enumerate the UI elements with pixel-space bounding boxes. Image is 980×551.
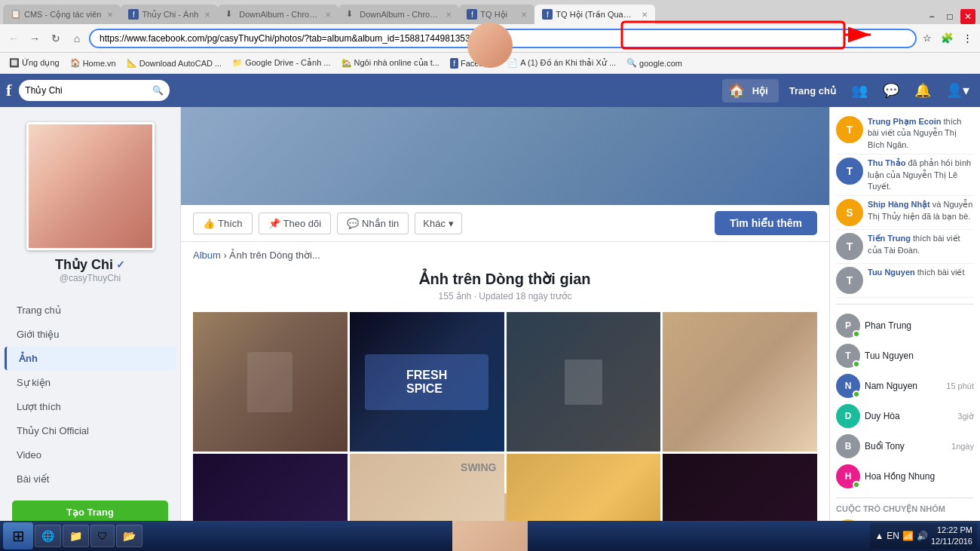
friend-time-duy: 3giờ — [957, 412, 974, 421]
sidebar-item-gioithieu[interactable]: Giới thiệu — [5, 323, 176, 346]
friend-item-phan[interactable]: P Phan Trung — [836, 311, 974, 341]
tab-cms[interactable]: 📋 CMS - Cộng tác viên ✕ — [3, 5, 121, 24]
breadcrumb-parent[interactable]: Album — [193, 249, 221, 261]
bookmark-autocad[interactable]: 📐 Download AutoCAD ... — [122, 57, 226, 69]
tab-downalbum1[interactable]: ⬇ DownAlbum - Chrome ... ✕ — [218, 5, 338, 24]
sidebar-item-anh[interactable]: Ảnh — [5, 347, 176, 370]
photo-cell-8[interactable] — [663, 454, 817, 521]
back-button[interactable]: ← — [5, 29, 23, 47]
facebook-search-icon: 🔍 — [152, 85, 164, 96]
fb-account-icon[interactable]: 👤▾ — [942, 79, 974, 102]
sidebar-item-official[interactable]: Thủy Chi Official — [5, 419, 176, 442]
photo-cell-3[interactable] — [507, 312, 661, 452]
taskbar-item-explorer[interactable]: 📁 — [63, 525, 89, 547]
tab-close-down1[interactable]: ✕ — [325, 11, 331, 19]
facebook-search-box[interactable]: 🔍 — [19, 80, 170, 101]
close-button[interactable]: ✕ — [960, 9, 975, 24]
tab-favicon-cms: 📋 — [11, 9, 21, 20]
tim-hieu-button[interactable]: Tìm hiểu thêm — [715, 211, 817, 235]
tab-close-down2[interactable]: ✕ — [446, 11, 452, 19]
tab-close-cms[interactable]: ✕ — [107, 11, 113, 19]
album-title: Ảnh trên Dòng thời gian — [193, 270, 817, 288]
taskbar-item-files[interactable]: 📂 — [116, 525, 142, 547]
tab-close-thuychi[interactable]: ✕ — [204, 11, 210, 19]
start-button[interactable]: ⊞ — [3, 522, 33, 549]
profile-avatar — [26, 122, 155, 250]
theodoi-button[interactable]: 📌 Theo dõi — [259, 213, 332, 234]
bookmark-doan[interactable]: 📄 A (1) Đồ án Khi thải Xử ... — [503, 57, 620, 69]
extensions-button[interactable]: 🧩 — [938, 29, 957, 47]
clock-date: 12/11/2016 — [931, 536, 972, 547]
photo-placeholder-3 — [507, 312, 661, 452]
maximize-button[interactable]: □ — [942, 9, 957, 24]
bookmark-home[interactable]: 🏠 Home.vn — [66, 57, 121, 69]
nhantin-button[interactable]: 💬 Nhắn tin — [337, 213, 409, 234]
tab-downalbum2[interactable]: ⬇ DownAlbum - Chrome W... ✕ — [338, 5, 459, 24]
tab-label-down1: DownAlbum - Chrome ... — [239, 10, 319, 19]
facebook-search-input[interactable] — [25, 85, 149, 96]
profile-name: Thủy Chi ✓ — [55, 256, 125, 273]
bookmark-star[interactable]: ☆ — [920, 29, 935, 47]
activity-item-2: S Ship Hàng Nhật và Nguyễn Thị Thủy hiện… — [836, 196, 974, 230]
friend-time-buoi: 1ngày — [951, 442, 974, 451]
friend-item-nam[interactable]: N Nam Nguyen 15 phút — [836, 371, 974, 401]
tab-close-tqhoi2[interactable]: ✕ — [642, 11, 648, 19]
photo-cell-5[interactable] — [193, 454, 348, 521]
bookmark-google[interactable]: 🔍 google.com — [622, 57, 687, 69]
clock: 12:22 PM 12/11/2016 — [931, 525, 972, 548]
bookmark-gdrive-icon: 📁 — [232, 58, 243, 68]
album-area: Album › Ảnh trên Dòng thời... Ảnh trên D… — [181, 242, 829, 521]
cover-image — [181, 107, 829, 205]
folder-icon: 📁 — [69, 530, 82, 542]
home-button[interactable]: ⌂ — [68, 29, 86, 47]
tab-close-tqhoi1[interactable]: ✕ — [521, 11, 527, 19]
friend-item-duy[interactable]: D Duy Hòa 3giờ — [836, 401, 974, 431]
fb-friends-icon[interactable]: 👥 — [847, 79, 872, 102]
volume-icon: 🔊 — [917, 531, 928, 541]
minimize-button[interactable]: − — [924, 9, 939, 24]
profile-username: @casyThuyChi — [60, 273, 121, 283]
bookmark-nha[interactable]: 🏡 Ngôi nhà online của t... — [337, 57, 444, 69]
photo-cell-4[interactable] — [663, 312, 817, 452]
photo-grid: FRESHSPICE — [193, 312, 817, 521]
network-icon: 📶 — [902, 531, 914, 541]
sidebar-item-sukien[interactable]: Sự kiện — [5, 371, 176, 394]
khac-button[interactable]: Khác ▾ — [415, 213, 462, 234]
taskbar-item-security[interactable]: 🛡 — [90, 525, 115, 547]
fb-messages-icon[interactable]: 💬 — [878, 79, 904, 102]
reload-button[interactable]: ↻ — [47, 29, 65, 47]
friend-item-buoi[interactable]: B Buổi Tony 1ngày — [836, 431, 974, 461]
taskbar-item-chrome[interactable]: 🌐 — [35, 525, 61, 547]
sidebar-item-luotthich[interactable]: Lượt thích — [5, 395, 176, 418]
photo-cell-7[interactable] — [507, 454, 661, 521]
tray-arrow-icon[interactable]: ▲ — [874, 531, 884, 541]
menu-button[interactable]: ⋮ — [960, 29, 975, 47]
tab-thuychi[interactable]: f Thủy Chi - Ảnh ✕ — [121, 5, 218, 24]
create-page-button[interactable]: Tạo Trang — [12, 500, 168, 521]
sidebar-item-baiviet[interactable]: Bài viết — [5, 467, 176, 491]
photo-cell-2[interactable]: FRESHSPICE — [350, 312, 504, 452]
khac-dropdown-icon: ▾ — [449, 218, 454, 229]
fb-trangchu-nav[interactable]: Trang chủ — [785, 82, 841, 99]
bookmark-gdrive[interactable]: 📁 Google Drive - Cảnh ... — [228, 57, 335, 69]
photo-cell-1[interactable] — [193, 312, 348, 452]
tab-tqhoi1[interactable]: f TQ Hội ✕ — [459, 5, 534, 24]
activity-name-4: Tuu Nguyen — [868, 268, 915, 277]
khac-label: Khác — [423, 218, 446, 229]
fb-hoi-nav[interactable]: 🏠 Hội — [722, 79, 779, 103]
sidebar-item-video[interactable]: Video — [5, 443, 176, 467]
theodoi-label: Theo dõi — [283, 218, 322, 229]
bookmark-home-icon: 🏠 — [70, 58, 81, 68]
shield-icon: 🛡 — [97, 530, 108, 542]
forward-button[interactable]: → — [26, 29, 44, 47]
thich-button[interactable]: 👍 Thích — [193, 213, 253, 234]
friend-item-hoa[interactable]: H Hoa Hồng Nhung — [836, 461, 974, 491]
photo-placeholder-4 — [663, 312, 817, 452]
friend-item-tuu[interactable]: T Tuu Nguyen — [836, 341, 974, 371]
facebook-logo[interactable]: f — [6, 81, 11, 100]
photo-cell-6[interactable]: SWING — [350, 454, 504, 521]
friends-section: P Phan Trung T Tuu Nguyen N Nam Nguyen 1… — [836, 311, 974, 491]
fb-notifications-icon[interactable]: 🔔 — [910, 79, 936, 102]
sidebar-item-trangchu[interactable]: Trang chủ — [5, 298, 176, 322]
bookmark-apps[interactable]: 🔲 Ứng dụng — [5, 57, 64, 69]
